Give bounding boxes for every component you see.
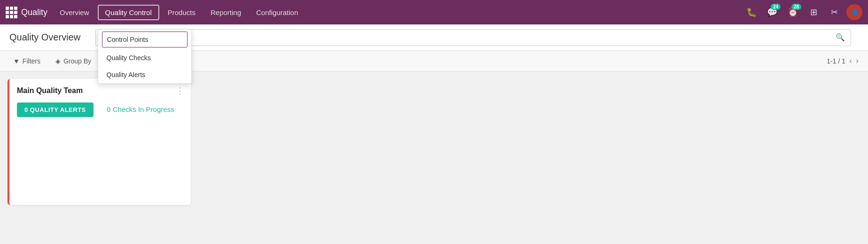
bug-icon-btn[interactable]: 🐛 xyxy=(743,4,760,21)
quality-control-dropdown: Control Points Quality Checks Quality Al… xyxy=(98,29,192,84)
brand-name: Quality xyxy=(21,8,47,17)
prev-page-button[interactable]: ‹ xyxy=(849,56,852,66)
group-by-button[interactable]: ◈ Group By xyxy=(52,55,95,67)
next-page-button[interactable]: › xyxy=(856,56,859,66)
nav-quality-control[interactable]: Quality Control xyxy=(98,5,159,20)
chat-badge: 24 xyxy=(771,4,781,10)
group-by-icon: ◈ xyxy=(55,57,61,65)
nav-quality-control-wrapper: Quality Control Control Points Quality C… xyxy=(98,5,159,20)
nav-overview[interactable]: Overview xyxy=(53,6,96,19)
quality-alerts-button[interactable]: 0 QUALITY ALERTS xyxy=(17,102,94,117)
card-menu-button[interactable]: ⋮ xyxy=(176,86,184,96)
dropdown-item-control-points[interactable]: Control Points xyxy=(102,31,188,47)
nav-products[interactable]: Products xyxy=(161,6,202,19)
right-panel xyxy=(198,79,860,205)
filters-button[interactable]: ▼ Filters xyxy=(9,55,44,67)
search-input[interactable] xyxy=(102,34,836,41)
clock-icon-btn[interactable]: ⏰ 28 xyxy=(784,4,801,21)
checks-in-progress-link[interactable]: 0 Checks In Progress xyxy=(107,105,174,113)
kanban-card: ⋮ Main Quality Team 0 QUALITY ALERTS 0 C… xyxy=(8,79,191,205)
card-title: Main Quality Team xyxy=(17,87,183,95)
search-icon: 🔍 xyxy=(836,33,845,42)
search-area[interactable]: 🔍 xyxy=(95,29,851,46)
dropdown-item-quality-alerts[interactable]: Quality Alerts xyxy=(98,66,191,83)
navbar-right: 🐛 💬 24 ⏰ 28 ⊞ ✂ 👤 xyxy=(743,4,862,21)
user-avatar[interactable]: 👤 xyxy=(846,4,862,20)
brand-logo[interactable]: Quality xyxy=(6,7,47,18)
filter-icon: ▼ xyxy=(13,57,20,65)
filters-label: Filters xyxy=(23,57,40,65)
pagination-info: 1-1 / 1 ‹ › xyxy=(827,56,859,66)
navbar: Quality Overview Quality Control Control… xyxy=(0,0,868,24)
nav-reporting[interactable]: Reporting xyxy=(204,6,248,19)
nav-configuration[interactable]: Configuration xyxy=(250,6,305,19)
chat-icon-btn[interactable]: 💬 24 xyxy=(764,4,781,21)
page-title: Quality Overview xyxy=(9,32,80,43)
card-actions: 0 QUALITY ALERTS 0 Checks In Progress xyxy=(17,102,183,117)
group-by-label: Group By xyxy=(63,57,91,65)
grid-view-icon-btn[interactable]: ⊞ xyxy=(805,4,822,21)
clock-badge: 28 xyxy=(791,4,801,10)
tools-icon-btn[interactable]: ✂ xyxy=(826,4,843,21)
main-content: ⋮ Main Quality Team 0 QUALITY ALERTS 0 C… xyxy=(0,71,868,213)
pagination-text: 1-1 / 1 xyxy=(827,57,845,65)
dropdown-item-quality-checks[interactable]: Quality Checks xyxy=(98,49,191,66)
grid-icon xyxy=(6,7,17,18)
